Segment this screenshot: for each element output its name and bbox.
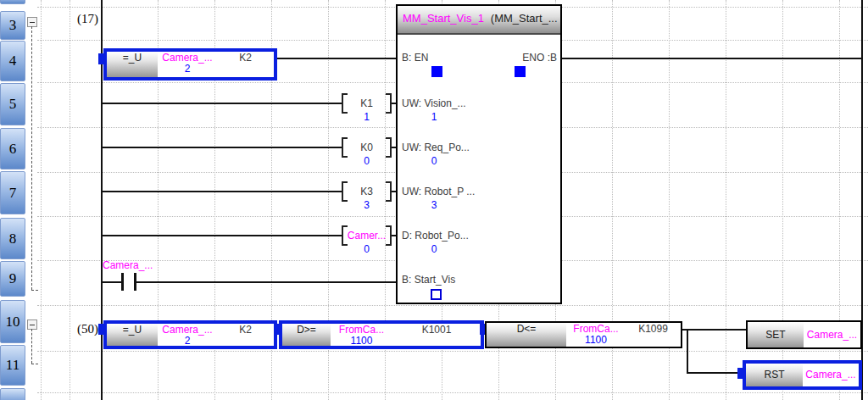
- row-number: 4: [9, 53, 17, 69]
- wire: [277, 58, 397, 59]
- fb-pin-robot-p: UW: Robot_P ...: [402, 186, 475, 197]
- operand-label: Camera_...: [805, 369, 855, 381]
- step-number: (50): [51, 322, 98, 336]
- row-header-8[interactable]: 8: [0, 218, 25, 259]
- wire: [102, 235, 342, 236]
- operand-cell[interactable]: K1001: [392, 324, 481, 346]
- instruction-op-cell[interactable]: RST: [746, 364, 803, 386]
- function-block-header: MM_Start_Vis_1 (MM_Start_...: [398, 6, 560, 35]
- row-header-4[interactable]: 4: [0, 41, 25, 81]
- fb-instance-name: MM_Start_Vis_1: [403, 12, 484, 25]
- row-header-6[interactable]: 6: [0, 128, 25, 169]
- fb-pin-value: 0: [400, 243, 468, 255]
- op-label: =_U: [123, 325, 142, 336]
- rung-tree-corner: [31, 290, 38, 291]
- operand-label: K2: [239, 325, 252, 336]
- row-header-5[interactable]: 5: [0, 83, 25, 125]
- operand-cell[interactable]: Camera_...2: [158, 324, 217, 346]
- op-label: RST: [765, 369, 785, 381]
- operand-cell[interactable]: FromCa...1100: [331, 324, 392, 346]
- operand-cell[interactable]: Camera_...2: [158, 52, 217, 77]
- wire: [102, 103, 342, 104]
- fb-pin-eno: ENO :B: [522, 52, 557, 64]
- step-number: (17): [51, 12, 98, 26]
- function-block-mm-start-vis[interactable]: MM_Start_Vis_1 (MM_Start_... B: EN ENO :…: [396, 4, 562, 304]
- fb-pin-vision: UW: Vision_...: [402, 97, 466, 109]
- compare-instruction-selected[interactable]: =_U Camera_...2 K2: [103, 48, 277, 81]
- collapse-toggle-icon[interactable]: [27, 319, 37, 330]
- wire: [102, 191, 342, 192]
- row-number: 9: [9, 270, 17, 287]
- branch-wire: [687, 329, 688, 374]
- contact-open[interactable]: [134, 273, 136, 291]
- operand-value: 1100: [585, 335, 607, 346]
- operand-cell[interactable]: Camera_...: [803, 364, 859, 386]
- ladder-editor: 3 4 5 6 7 8 9 10 11 (17) (50) MM_Start_V…: [0, 0, 868, 400]
- instruction-op-cell[interactable]: =_U: [107, 52, 158, 77]
- op-label: D<=: [517, 324, 537, 335]
- pin-status-square-on: [431, 66, 442, 77]
- wire: [136, 281, 396, 283]
- row-number: 7: [9, 185, 17, 202]
- operand-label: Camera_...: [807, 330, 857, 341]
- fb-pin-req-pos: UW: Req_Po...: [402, 142, 470, 153]
- instruction-op-cell[interactable]: D>=: [282, 324, 331, 346]
- operand-value: 2: [185, 336, 191, 346]
- fb-pin-start-vis: B: Start_Vis: [402, 274, 455, 286]
- instruction-op-cell[interactable]: D<=: [487, 323, 566, 347]
- row-number: 8: [9, 231, 17, 247]
- operand-value: 0: [342, 155, 392, 167]
- op-label: =_U: [123, 53, 142, 64]
- row-number: 5: [9, 96, 17, 113]
- wire: [562, 58, 862, 59]
- operand-value: 1100: [351, 336, 373, 346]
- operand-value: 0: [342, 243, 392, 255]
- operand-label: K1001: [422, 325, 452, 336]
- fb-pin-value: 3: [400, 199, 468, 211]
- contact-device-label: Camera_...: [103, 259, 153, 271]
- fb-pin-en: B: EN: [402, 52, 428, 64]
- set-coil[interactable]: SET Camera_...: [746, 320, 862, 349]
- rung-tree-line: [31, 329, 32, 364]
- row-header-partial-top[interactable]: [0, 0, 25, 4]
- operand-cell[interactable]: Camera_...: [804, 322, 860, 347]
- row-number: 6: [9, 141, 17, 158]
- row-header-10[interactable]: 10: [0, 300, 25, 343]
- operand-cell[interactable]: FromCa...1100: [566, 323, 626, 347]
- operand-label: K1099: [638, 324, 668, 335]
- operand-cell[interactable]: K1099: [626, 323, 681, 347]
- collapse-toggle-icon[interactable]: [27, 17, 37, 27]
- wire: [687, 372, 743, 374]
- rst-coil-selected[interactable]: RST Camera_...: [743, 360, 862, 390]
- operand-cell[interactable]: K2: [217, 52, 274, 77]
- operand-cell[interactable]: K2: [217, 324, 274, 346]
- instruction-op-cell[interactable]: =_U: [107, 324, 158, 346]
- rung-tree-corner: [31, 364, 38, 364]
- row-header-3[interactable]: 3: [0, 11, 25, 40]
- row-header-partial-bottom[interactable]: [0, 388, 25, 400]
- compare-instruction-selected[interactable]: D>= FromCa...1100 K1001: [279, 320, 484, 349]
- row-number: 3: [9, 17, 17, 34]
- fb-pin-value: 0: [400, 155, 468, 167]
- wire: [102, 147, 342, 148]
- wire: [102, 281, 123, 283]
- op-label: D>=: [297, 325, 316, 336]
- fb-type-name: (MM_Start_...: [491, 12, 558, 25]
- row-number: 10: [6, 314, 20, 331]
- operand-value: 2: [185, 64, 191, 75]
- compare-instruction-selected[interactable]: =_U Camera_...2 K2: [103, 320, 277, 349]
- row-header-7[interactable]: 7: [0, 171, 25, 214]
- operand-value: 1: [342, 111, 392, 123]
- pin-status-square-off: [431, 289, 442, 300]
- instruction-op-cell[interactable]: SET: [748, 322, 804, 347]
- fb-pin-value: 1: [400, 111, 468, 123]
- pin-status-square-on: [515, 66, 526, 77]
- fb-pin-robot-po: D: Robot_Po...: [402, 230, 469, 242]
- row-header-9[interactable]: 9: [0, 261, 25, 297]
- op-label: SET: [765, 330, 785, 341]
- operand-value: 3: [342, 199, 392, 211]
- operand-label: K2: [239, 53, 252, 64]
- row-header-11[interactable]: 11: [0, 345, 25, 386]
- contact-open[interactable]: [121, 273, 124, 291]
- compare-instruction[interactable]: D<= FromCa...1100 K1099: [485, 321, 682, 348]
